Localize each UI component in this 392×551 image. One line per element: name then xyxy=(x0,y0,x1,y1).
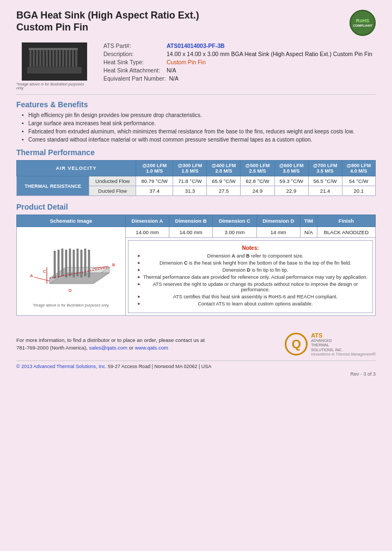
feature-item: Comes standard without interface materia… xyxy=(22,137,376,143)
q-logo: Q xyxy=(285,333,308,356)
schematic-caption: *Image above is for illustration purpose… xyxy=(19,303,123,307)
notes-cell: Notes: Dimension A and B refer to compon… xyxy=(126,238,376,316)
column-header: @700 LFM3.5 M/S xyxy=(308,161,342,176)
svg-rect-25 xyxy=(55,48,58,50)
footer-website[interactable]: www.qats.com xyxy=(135,345,168,351)
svg-rect-31 xyxy=(75,48,78,50)
svg-rect-39 xyxy=(65,250,67,277)
ducted-value: 20.1 xyxy=(342,186,375,196)
column-header: @500 LFM2.5 M/S xyxy=(241,161,274,176)
features-title: Features & Benefits xyxy=(16,100,376,109)
description-label: Description: xyxy=(103,51,163,57)
features-section: Features & Benefits High efficiency pin … xyxy=(16,100,376,143)
svg-rect-41 xyxy=(73,250,75,277)
svg-rect-23 xyxy=(48,48,52,50)
footer-email[interactable]: sales@qats.com xyxy=(89,345,127,351)
svg-rect-6 xyxy=(42,49,45,67)
svg-rect-38 xyxy=(62,249,63,276)
svg-text:C: C xyxy=(43,269,46,274)
notes-list: Dimension A and B refer to component siz… xyxy=(133,253,368,307)
svg-rect-30 xyxy=(71,48,75,50)
note-item-2: Dimension D is fin tip to fin tip. xyxy=(137,267,368,273)
svg-rect-36 xyxy=(54,251,56,278)
part-number-row: ATS Part#: ATS014014003-PF-3B xyxy=(103,42,376,49)
footer-logo: Q ATS ADVANCEDTHERMALSOLUTIONS, INC. Inn… xyxy=(285,332,376,356)
contact-text: For more information, to find a distribu… xyxy=(16,337,205,343)
detail-header: Dimension D xyxy=(256,215,300,227)
svg-rect-7 xyxy=(46,49,48,67)
svg-rect-1 xyxy=(27,67,82,74)
ats-sub-text: ADVANCEDTHERMALSOLUTIONS, INC. xyxy=(311,339,376,352)
heat-sink-image xyxy=(22,42,87,81)
attachment-row: Heat Sink Attachment: N/A xyxy=(103,67,376,74)
copyright-text: © 2013 Advanced Thermal Solutions, Inc. xyxy=(16,364,107,369)
image-caption: *Image above is for illustration purpose… xyxy=(16,82,93,90)
column-header: @600 LFM3.0 M/S xyxy=(274,161,308,176)
dimension-value: N/A xyxy=(300,227,317,238)
equivalent-label: Equivalent Part Number: xyxy=(103,75,166,82)
note-item-3: Thermal performance data are provided fo… xyxy=(137,274,368,280)
dimension-value: 3.00 mm xyxy=(213,227,256,238)
svg-rect-28 xyxy=(65,48,68,50)
part-info-section: *Image above is for illustration purpose… xyxy=(16,42,376,90)
ats-part-value: ATS014014003-PF-3B xyxy=(167,42,225,49)
ats-logo-text: ATS ADVANCEDTHERMALSOLUTIONS, INC. Innov… xyxy=(311,332,376,356)
note-item-0: Dimension A and B refer to component siz… xyxy=(137,253,368,259)
svg-rect-29 xyxy=(68,48,71,50)
feature-item: Fabricated from extruded aluminum, which… xyxy=(22,128,376,134)
svg-rect-20 xyxy=(39,48,42,50)
svg-rect-42 xyxy=(77,249,78,276)
heat-sink-type-row: Heat Sink Type: Custom Pin Fin xyxy=(103,59,376,65)
attachment-value: N/A xyxy=(167,67,176,74)
svg-line-52 xyxy=(34,277,50,281)
attachment-label: Heat Sink Attachment: xyxy=(103,67,163,74)
air-velocity-header: AIR VELOCITY xyxy=(17,161,136,176)
svg-rect-8 xyxy=(49,49,51,67)
ats-tagline: Innovations in Thermal Management® xyxy=(311,352,376,356)
detail-header: Finish xyxy=(317,215,375,227)
equivalent-row: Equivalent Part Number: N/A xyxy=(103,75,376,82)
ats-part-label: ATS Part#: xyxy=(103,42,163,49)
unducted-value: 62.8 °C/W xyxy=(241,176,274,186)
detail-header: Schematic Image xyxy=(17,215,126,227)
ducted-value: 21.4 xyxy=(308,186,342,196)
dimension-value: BLACK ANODIZED xyxy=(317,227,375,238)
feature-item: Large surface area increases heat sink p… xyxy=(22,120,376,126)
ats-abbr: ATS xyxy=(311,332,322,339)
rohs-compliant: COMPLIANT xyxy=(353,24,372,28)
svg-rect-3 xyxy=(33,49,35,67)
footer-or: or xyxy=(129,345,133,351)
svg-rect-22 xyxy=(45,48,48,50)
title-line1: BGA Heat Sink (High Aspect Ratio Ext.) xyxy=(16,10,199,21)
heat-sink-type-label: Heat Sink Type: xyxy=(103,59,163,65)
copyright-bar: © 2013 Advanced Thermal Solutions, Inc. … xyxy=(16,360,376,369)
svg-rect-21 xyxy=(42,48,45,50)
svg-rect-14 xyxy=(69,49,71,67)
header-title: BGA Heat Sink (High Aspect Ratio Ext.) C… xyxy=(16,10,199,33)
svg-rect-2 xyxy=(29,49,32,67)
page-number: Rev - 3 of 3 xyxy=(16,371,376,377)
unducted-value: 80.79 °C/W xyxy=(136,176,173,186)
svg-rect-26 xyxy=(58,48,62,50)
note-item-1: Dimension C is the heat sink height from… xyxy=(137,260,368,266)
dimension-value: 14.00 mm xyxy=(169,227,212,238)
note-item-4: ATS reserves the right to update or chan… xyxy=(137,281,368,292)
ducted-value: 22.9 xyxy=(274,186,308,196)
svg-rect-17 xyxy=(29,48,32,50)
footer-phone: 781-769-2000 (North America), xyxy=(16,345,88,351)
svg-rect-9 xyxy=(52,49,54,67)
divider1 xyxy=(16,94,376,95)
svg-rect-24 xyxy=(52,48,55,50)
dimension-value: 14 mm xyxy=(256,227,300,238)
thermal-performance-section: Thermal Performance AIR VELOCITY@200 LFM… xyxy=(16,148,376,196)
unducted-value: 71.8 °C/W xyxy=(173,176,207,186)
svg-rect-27 xyxy=(62,48,65,50)
footer-text: For more information, to find a distribu… xyxy=(16,336,205,352)
notes-title: Notes: xyxy=(133,245,368,251)
svg-rect-4 xyxy=(36,49,38,67)
ducted-label: Ducted Flow xyxy=(89,186,136,196)
unducted-value: 65.9 °C/W xyxy=(207,176,241,186)
ats-main-text: ATS xyxy=(311,332,376,339)
dimension-value: 14.00 mm xyxy=(126,227,169,238)
rohs-badge: RoHS COMPLIANT xyxy=(350,10,376,36)
